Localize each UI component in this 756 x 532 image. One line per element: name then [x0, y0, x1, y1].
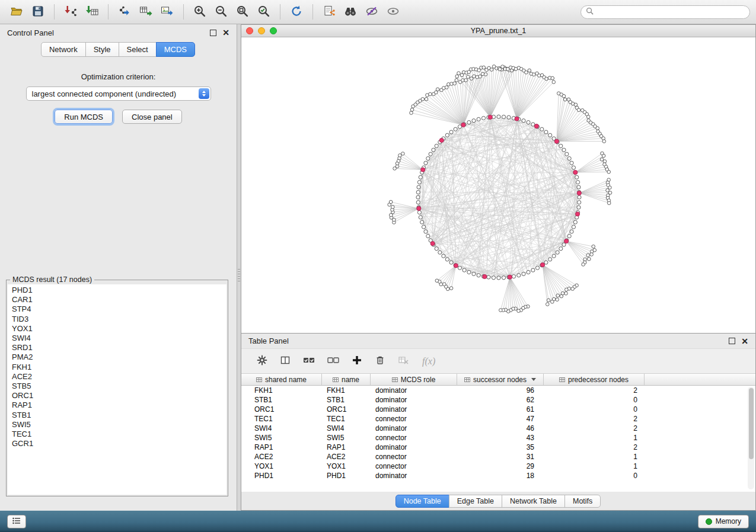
column-header-predecessor-nodes[interactable]: predecessor nodes — [544, 374, 645, 386]
zoom-in-icon — [193, 5, 206, 20]
table-row[interactable]: SWI5SWI5connector431 — [241, 433, 755, 443]
export-image-button[interactable] — [157, 2, 178, 21]
column-header-name[interactable]: name — [322, 374, 371, 386]
scrollbar-thumb[interactable] — [749, 388, 754, 459]
save-session-button[interactable] — [27, 2, 49, 21]
mcds-result-item[interactable]: SRD1 — [12, 343, 227, 352]
column-header-mcds-role[interactable]: MCDS role — [371, 374, 457, 386]
column-header-successor-nodes[interactable]: successor nodes — [457, 374, 544, 386]
mcds-result-item[interactable]: RAP1 — [12, 400, 227, 410]
delete-column-button[interactable] — [375, 355, 385, 367]
tab-style[interactable]: Style — [85, 42, 119, 57]
export-document-button[interactable] — [318, 2, 340, 21]
import-table-button[interactable] — [81, 2, 103, 21]
mcds-result-item[interactable]: TEC1 — [12, 430, 227, 439]
mcds-result-item[interactable]: FKH1 — [12, 363, 227, 372]
control-panel-title: Control Panel — [7, 28, 54, 37]
column-header-shared-name[interactable]: shared name — [241, 374, 322, 386]
tab-select[interactable]: Select — [119, 42, 157, 57]
table-row[interactable]: STB1STB1dominator620 — [241, 395, 755, 405]
import-network-button[interactable] — [60, 2, 81, 21]
memory-button[interactable]: Memory — [698, 515, 749, 528]
table-panel: Table Panel ✕ f(x) shared name n — [241, 334, 756, 511]
mcds-result-list[interactable]: PHD1 CAR1 STP4 TID3 YOX1 SWI4 SRD1 PMA2 … — [8, 284, 227, 495]
table-row[interactable]: RAP1RAP1dominator352 — [241, 443, 755, 452]
delete-table-button-disabled — [398, 355, 410, 367]
column-grid-icon — [559, 377, 565, 383]
memory-status-icon — [706, 518, 712, 525]
tab-network-table[interactable]: Network Table — [502, 495, 565, 508]
close-panel-icon[interactable]: ✕ — [741, 337, 748, 345]
search-input[interactable] — [594, 8, 745, 16]
open-folder-icon — [10, 5, 23, 20]
show-columns-button[interactable] — [280, 355, 291, 367]
float-panel-icon[interactable] — [729, 338, 735, 344]
tab-node-table[interactable]: Node Table — [395, 495, 449, 508]
table-row[interactable]: YOX1YOX1connector291 — [241, 462, 755, 471]
mcds-result-item[interactable]: PMA2 — [12, 352, 227, 362]
table-row[interactable]: FKH1FKH1dominator962 — [241, 386, 755, 395]
select-all-button[interactable] — [303, 355, 315, 367]
mcds-result-item[interactable]: SWI4 — [12, 334, 227, 343]
table-body: FKH1FKH1dominator962 STB1STB1dominator62… — [241, 386, 755, 492]
panel-menu-button[interactable] — [7, 515, 26, 528]
network-canvas[interactable] — [241, 37, 755, 334]
table-settings-button[interactable] — [257, 355, 267, 367]
float-panel-icon[interactable] — [210, 30, 216, 36]
mcds-result-item[interactable]: STB5 — [12, 382, 227, 391]
right-region: YPA_prune.txt_1 Table Panel ✕ — [241, 24, 756, 511]
search-box[interactable] — [580, 5, 750, 19]
open-session-button[interactable] — [6, 2, 27, 21]
application-window: Control Panel ✕ Network Style Select MCD… — [0, 0, 756, 532]
mcds-result-item[interactable]: YOX1 — [12, 324, 227, 334]
export-network-button[interactable] — [114, 2, 135, 21]
mcds-result-item[interactable]: PHD1 — [12, 286, 227, 295]
mcds-result-item[interactable]: STB1 — [12, 411, 227, 420]
zoom-out-button[interactable] — [210, 2, 232, 21]
table-panel-title: Table Panel — [248, 336, 289, 345]
mcds-result-item[interactable]: STP4 — [12, 305, 227, 314]
close-panel-icon[interactable]: ✕ — [222, 28, 229, 37]
zoom-in-button[interactable] — [189, 2, 210, 21]
node-table: shared name name MCDS role successor nod… — [241, 374, 755, 492]
close-panel-button[interactable]: Close panel — [122, 110, 182, 124]
tab-edge-table[interactable]: Edge Table — [449, 495, 502, 508]
mcds-result-item[interactable]: GCR1 — [12, 439, 227, 448]
table-row[interactable]: ORC1ORC1dominator610 — [241, 405, 755, 414]
mcds-result-item[interactable]: ACE2 — [12, 372, 227, 382]
dropdown-stepper-icon — [199, 88, 209, 99]
column-grid-icon — [333, 377, 339, 383]
run-mcds-button[interactable]: Run MCDS — [55, 110, 113, 124]
function-builder-button-disabled: f(x) — [422, 356, 435, 367]
zoom-fit-button[interactable] — [232, 2, 253, 21]
hide-details-button[interactable] — [361, 2, 382, 21]
mcds-result-item[interactable]: TID3 — [12, 315, 227, 324]
show-details-button[interactable] — [382, 2, 404, 21]
search-icon — [586, 7, 594, 17]
deselect-all-button[interactable] — [327, 355, 339, 367]
table-row[interactable]: SWI4SWI4dominator462 — [241, 424, 755, 433]
table-row[interactable]: ACE2ACE2connector311 — [241, 452, 755, 462]
toolbar-separator — [108, 4, 109, 20]
tab-network[interactable]: Network — [41, 42, 86, 57]
tab-motifs[interactable]: Motifs — [564, 495, 601, 508]
table-scrollbar[interactable] — [748, 387, 754, 489]
mcds-result-item[interactable]: CAR1 — [12, 295, 227, 305]
mcds-result-item[interactable]: SWI5 — [12, 420, 227, 430]
criterion-dropdown[interactable]: largest connected component (undirected) — [26, 86, 211, 101]
export-image-icon — [161, 5, 174, 20]
table-row[interactable]: PHD1PHD1dominator180 — [241, 471, 755, 480]
tab-mcds[interactable]: MCDS — [156, 42, 195, 57]
add-column-button[interactable] — [352, 355, 362, 367]
refresh-icon — [290, 5, 303, 20]
zoom-selected-icon — [257, 5, 270, 20]
mcds-result-item[interactable]: ORC1 — [12, 391, 227, 400]
find-button[interactable] — [340, 2, 361, 21]
table-row[interactable]: TEC1TEC1connector472 — [241, 414, 755, 424]
network-window: YPA_prune.txt_1 — [241, 24, 756, 334]
export-table-button[interactable] — [135, 2, 157, 21]
zoom-selected-button[interactable] — [253, 2, 275, 21]
refresh-view-button[interactable] — [286, 2, 307, 21]
binoculars-icon — [344, 5, 357, 20]
column-header-filler — [645, 374, 755, 386]
